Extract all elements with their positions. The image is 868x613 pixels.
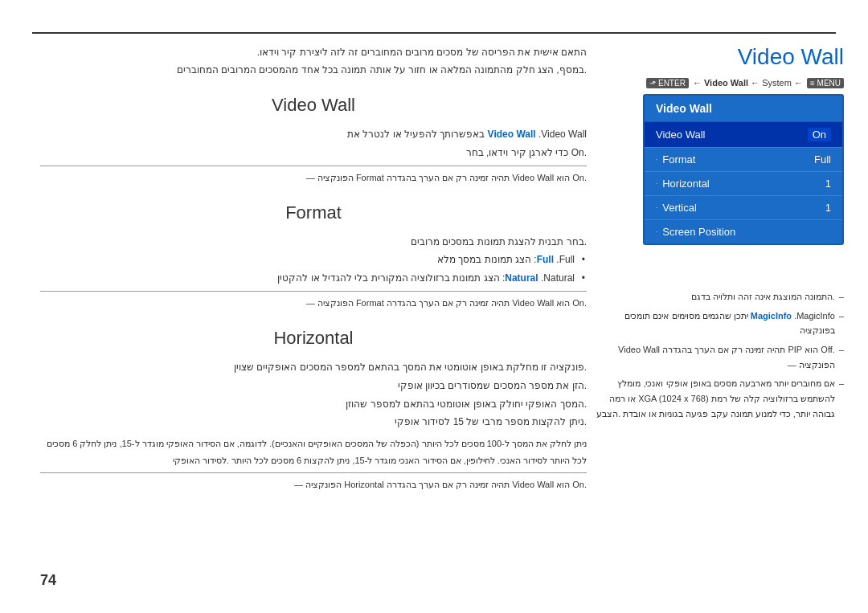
right-note-1: .התמונה המוצגת אינה זהה ותלויה בדגם: [595, 289, 844, 304]
right-notes: .התמונה המוצגת אינה זהה ותלויה בדגם Magi…: [595, 289, 844, 426]
page-title: Video Wall: [595, 44, 844, 70]
section-title-horizontal: Horizontal: [40, 328, 587, 349]
format-text1: .בחר תבנית להצגת תמונות במסכים מרובים: [40, 233, 587, 251]
panel-label-video-wall: Video Wall: [656, 129, 705, 141]
format-note: .On הוא Video Wall תהיה זמינה רק אם הערך…: [40, 291, 587, 312]
horiz-text3: .המסך האופקי יחולק באופן אוטומטי בהתאם ל…: [40, 395, 587, 414]
format-full: Full .Full: הצג תמונות במסך מלא: [40, 251, 587, 269]
format-natural: Natural .Natural: הצג תמונות ברזולוציה ה…: [40, 269, 587, 288]
vw-highlight: Video Wall: [488, 129, 536, 140]
panel-header: Video Wall: [645, 96, 842, 121]
horiz-text4: .ניתן להקצות מספר מרבי של 15 לסידור אופק…: [40, 413, 587, 431]
nav-video-wall: Video Wall: [704, 78, 748, 88]
intro-line1: התאם אישית את הפריסה של מסכים מרובים המח…: [40, 44, 587, 62]
right-note-4: אם מחוברים יותר מארבעה מסכים באופן אופקי…: [595, 376, 844, 421]
panel-item-screen-position[interactable]: · Screen Position: [645, 219, 842, 243]
nav-enter-icon: ⬏ ENTER: [646, 78, 689, 88]
right-panel: Video Wall ⬏ ENTER ← Video Wall ← System…: [595, 44, 844, 245]
panel-label-format: Format: [662, 153, 695, 166]
top-border: [32, 32, 836, 34]
section-body-horizontal: .פונקציה זו מחלקת באופן אוטומטי את המסך …: [40, 358, 587, 493]
section-title-format: Format: [40, 202, 587, 223]
left-content: התאם אישית את הפריסה של מסכים מרובים המח…: [40, 44, 587, 509]
intro-text: התאם אישית את הפריסה של מסכים מרובים המח…: [40, 44, 587, 79]
magic-info-link: MagicInfo: [751, 311, 792, 321]
panel-value-format: Full: [814, 153, 831, 166]
right-note-3: .Off הוא PIP תהיה זמינה רק אם הערך בהגדר…: [595, 342, 844, 372]
page-number: 74: [40, 572, 56, 589]
vw-text1: Video Wall .Video Wall באפשרותך להפעיל א…: [40, 125, 587, 144]
right-note-2: MagicInfo .MagicInfo יתכן שהגמים מסוימים…: [595, 309, 844, 338]
dot-horizontal: ·: [656, 180, 657, 187]
panel-value-horizontal: 1: [825, 178, 831, 190]
section-body-video-wall: Video Wall .Video Wall באפשרותך להפעיל א…: [40, 125, 587, 186]
panel-label-screen-position: Screen Position: [662, 226, 735, 238]
panel-label-vertical: Vertical: [662, 202, 697, 214]
dot-format: ·: [656, 156, 657, 163]
vw-text2: .On כדי לארגן קיר וידאו, בחר: [40, 144, 587, 162]
section-title-video-wall: Video Wall: [40, 95, 587, 116]
panel-label-horizontal: Horizontal: [662, 178, 710, 190]
panel-item-format[interactable]: · Format Full: [645, 147, 842, 171]
horiz-text1: .פונקציה זו מחלקת באופן אוטומטי את המסך …: [40, 358, 587, 377]
nav-breadcrumb: ⬏ ENTER ← Video Wall ← System ← ≡ MENU: [595, 78, 844, 88]
horiz-note: .On הוא Video Wall תהיה זמינה רק אם הערך…: [40, 472, 587, 493]
horiz-text2: .הזן את מספר המסכים שמסודרים בכיוון אופק…: [40, 377, 587, 395]
panel-value-video-wall: On: [808, 128, 831, 141]
intro-line2: .במסף, הצג חלק מהתמונה המלאה או חזור על …: [40, 62, 587, 80]
vw-panel: Video Wall Video Wall On · Format Full ·…: [643, 94, 844, 245]
panel-item-vertical[interactable]: · Vertical 1: [645, 195, 842, 219]
dot-screen-position: ·: [656, 228, 657, 235]
section-body-format: .בחר תבנית להצגת תמונות במסכים מרובים Fu…: [40, 233, 587, 312]
nav-menu-icon: ≡ MENU: [807, 78, 844, 88]
vw-note: .On הוא Video Wall תהיה זמינה רק אם הערך…: [40, 166, 587, 186]
panel-item-horizontal[interactable]: · Horizontal 1: [645, 171, 842, 195]
dot-vertical: ·: [656, 204, 657, 211]
nav-system: System: [762, 78, 792, 88]
horiz-text5: ניתן לחלק את המסך ל-100 מסכים לכל היותר …: [40, 435, 587, 469]
panel-item-video-wall[interactable]: Video Wall On: [645, 121, 842, 147]
panel-value-vertical: 1: [825, 202, 831, 214]
